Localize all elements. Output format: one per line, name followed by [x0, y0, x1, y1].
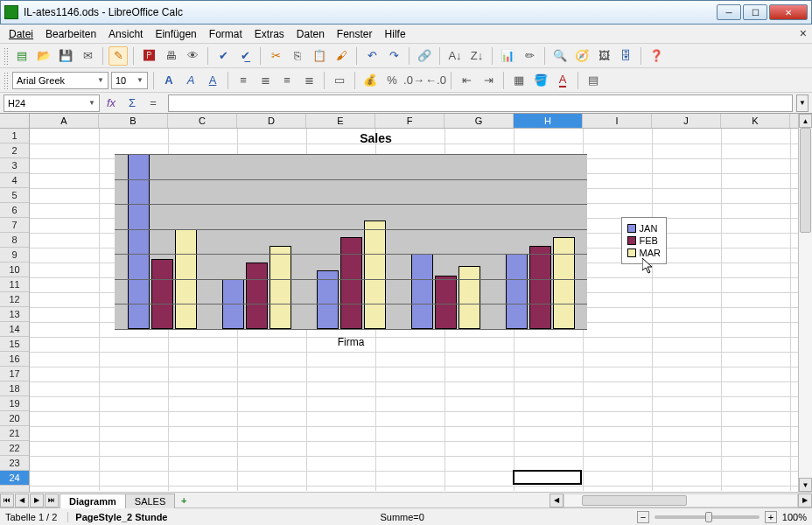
formula-input[interactable]: [168, 94, 793, 112]
add-sheet-button[interactable]: +: [178, 494, 190, 507]
remove-decimal-button[interactable]: ←.0: [426, 71, 445, 90]
cell-grid[interactable]: Sales Firma JAN FEB MAR: [30, 129, 798, 491]
currency-button[interactable]: 💰: [360, 71, 380, 90]
scroll-left-button[interactable]: ◀: [550, 494, 564, 508]
tab-prev-button[interactable]: ◀: [15, 494, 29, 508]
sum-button[interactable]: Σ: [122, 94, 142, 113]
cut-button[interactable]: ✂: [266, 46, 285, 66]
column-header-k[interactable]: K: [721, 114, 790, 128]
tab-last-button[interactable]: ⏭: [45, 494, 59, 508]
row-header-16[interactable]: 16: [0, 352, 29, 367]
row-header-7[interactable]: 7: [0, 218, 29, 233]
row-header-6[interactable]: 6: [0, 203, 29, 218]
menu-einfuegen[interactable]: Einfügen: [150, 26, 201, 42]
email-button[interactable]: ✉: [78, 46, 97, 66]
autospell-button[interactable]: ✔̲: [235, 46, 255, 66]
column-header-j[interactable]: J: [652, 114, 721, 128]
scroll-thumb[interactable]: [582, 495, 687, 506]
window-minimize-button[interactable]: ─: [717, 4, 741, 20]
tab-next-button[interactable]: ▶: [30, 494, 44, 508]
font-size-combo[interactable]: 10▼: [111, 72, 148, 89]
status-pagestyle[interactable]: PageStyle_2 Stunde: [67, 512, 167, 522]
function-wizard-button[interactable]: fx: [102, 94, 121, 113]
bgcolor-button[interactable]: 🪣: [531, 71, 550, 90]
row-header-10[interactable]: 10: [0, 262, 29, 277]
row-header-17[interactable]: 17: [0, 367, 29, 382]
row-header-9[interactable]: 9: [0, 248, 29, 262]
row-header-22[interactable]: 22: [0, 441, 29, 456]
column-header-h[interactable]: H: [514, 114, 583, 128]
row-header-5[interactable]: 5: [0, 188, 29, 203]
chart-button[interactable]: 📊: [498, 46, 517, 66]
edit-mode-button[interactable]: ✎: [108, 46, 128, 66]
navigator-button[interactable]: 🧭: [572, 46, 592, 66]
align-right-button[interactable]: ≡: [277, 71, 297, 90]
new-doc-button[interactable]: ▤: [12, 46, 32, 66]
row-header-19[interactable]: 19: [0, 396, 29, 411]
export-pdf-button[interactable]: 🅿: [139, 46, 158, 66]
sort-asc-button[interactable]: A↓: [445, 46, 465, 66]
format-paint-button[interactable]: 🖌: [332, 46, 351, 66]
align-left-button[interactable]: ≡: [234, 71, 253, 90]
sort-desc-button[interactable]: Z↓: [467, 46, 486, 66]
undo-button[interactable]: ↶: [362, 46, 382, 66]
row-header-2[interactable]: 2: [0, 144, 29, 158]
column-header-a[interactable]: A: [30, 114, 99, 128]
percent-button[interactable]: %: [382, 71, 402, 90]
column-header-b[interactable]: B: [99, 114, 168, 128]
increase-indent-button[interactable]: ⇥: [479, 71, 498, 90]
print-button[interactable]: 🖶: [161, 46, 180, 66]
print-preview-button[interactable]: 👁: [183, 46, 202, 66]
column-header-g[interactable]: G: [444, 114, 514, 128]
datasources-button[interactable]: 🗄: [616, 46, 635, 66]
horizontal-scrollbar[interactable]: ◀ ▶: [550, 494, 812, 508]
menu-extras[interactable]: Extras: [249, 26, 290, 42]
name-box[interactable]: H24▼: [4, 94, 100, 112]
align-justify-button[interactable]: ≣: [299, 71, 318, 90]
borders-button[interactable]: ▦: [509, 71, 528, 90]
row-header-12[interactable]: 12: [0, 292, 29, 307]
row-header-24[interactable]: 24: [0, 471, 29, 486]
menu-format[interactable]: Format: [204, 26, 248, 42]
window-maximize-button[interactable]: ☐: [743, 4, 767, 20]
row-header-13[interactable]: 13: [0, 307, 29, 322]
sheet-tab-diagramm[interactable]: Diagramm: [60, 494, 126, 508]
row-header-21[interactable]: 21: [0, 426, 29, 441]
toolbar-grip[interactable]: [4, 72, 8, 89]
zoom-in-button[interactable]: +: [765, 511, 777, 523]
toolbar-grip[interactable]: [4, 47, 8, 65]
menu-bearbeiten[interactable]: Bearbeiten: [40, 26, 102, 42]
column-header-d[interactable]: D: [237, 114, 306, 128]
paste-button[interactable]: 📋: [310, 46, 329, 66]
redo-button[interactable]: ↷: [384, 46, 403, 66]
copy-button[interactable]: ⎘: [288, 46, 307, 66]
column-header-e[interactable]: E: [306, 114, 375, 128]
row-header-11[interactable]: 11: [0, 277, 29, 292]
show-draw-button[interactable]: ✏: [520, 46, 539, 66]
row-header-8[interactable]: 8: [0, 233, 29, 248]
row-header-23[interactable]: 23: [0, 456, 29, 471]
spellcheck-button[interactable]: ✔: [214, 46, 233, 66]
row-header-14[interactable]: 14: [0, 322, 29, 337]
save-button[interactable]: 💾: [56, 46, 75, 66]
scroll-up-button[interactable]: ▲: [799, 114, 812, 128]
column-header-i[interactable]: I: [583, 114, 652, 128]
gallery-button[interactable]: 🖼: [594, 46, 613, 66]
column-header-c[interactable]: C: [168, 114, 237, 128]
sheet-tab-sales[interactable]: SALES: [125, 494, 175, 508]
open-button[interactable]: 📂: [34, 46, 53, 66]
merge-cells-button[interactable]: ▭: [330, 71, 349, 90]
embedded-chart[interactable]: Sales Firma JAN FEB MAR: [85, 131, 667, 362]
zoom-value[interactable]: 100%: [782, 512, 807, 522]
row-header-4[interactable]: 4: [0, 173, 29, 188]
toggle-grid-button[interactable]: ▤: [584, 71, 603, 90]
formula-expand-button[interactable]: ▼: [796, 94, 808, 112]
scroll-thumb[interactable]: [800, 128, 811, 233]
italic-button[interactable]: A: [181, 71, 200, 90]
fontcolor-button[interactable]: A: [553, 71, 572, 90]
column-header-f[interactable]: F: [375, 114, 444, 128]
bold-button[interactable]: A: [159, 71, 178, 90]
help-button[interactable]: ❓: [647, 46, 666, 66]
menu-fenster[interactable]: Fenster: [332, 26, 378, 42]
menu-hilfe[interactable]: Hilfe: [380, 26, 411, 42]
